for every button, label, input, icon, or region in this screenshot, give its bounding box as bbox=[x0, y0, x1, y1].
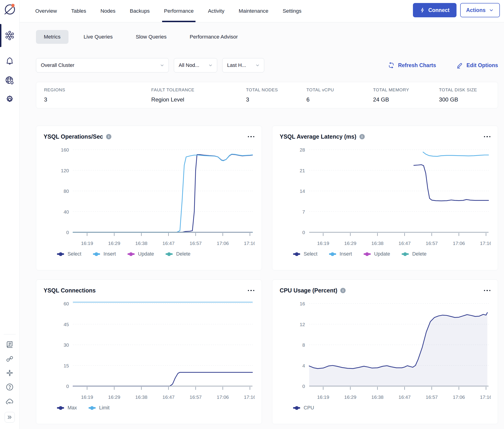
tab-backups[interactable]: Backups bbox=[130, 0, 150, 22]
sidebar-item-cloud-status[interactable] bbox=[0, 397, 20, 406]
legend-marker bbox=[293, 407, 300, 409]
notifications-bell-icon bbox=[5, 57, 14, 66]
cluster-scope-select[interactable]: Overall Cluster bbox=[36, 58, 169, 72]
slack-icon bbox=[6, 369, 14, 377]
refresh-icon bbox=[388, 62, 395, 69]
sidebar-item-help[interactable] bbox=[0, 383, 20, 391]
legend-item-insert[interactable]: Insert bbox=[93, 251, 116, 257]
stat-label: TOTAL MEMORY bbox=[373, 87, 439, 92]
svg-text:16:29: 16:29 bbox=[344, 394, 356, 400]
yugabyte-logo-icon[interactable] bbox=[4, 3, 16, 16]
legend-item-delete[interactable]: Delete bbox=[402, 251, 426, 257]
edit-options-link[interactable]: Edit Options bbox=[456, 62, 498, 69]
docs-book-icon bbox=[6, 340, 14, 349]
cloud-status-icon bbox=[5, 397, 14, 406]
tab-performance[interactable]: Performance bbox=[164, 0, 194, 22]
sidebar-item-settings[interactable] bbox=[0, 95, 20, 105]
stat-total-vcpu: TOTAL vCPU 6 bbox=[306, 87, 373, 103]
chart-menu-button[interactable] bbox=[247, 288, 256, 294]
legend-label: CPU bbox=[304, 405, 314, 411]
sidebar bbox=[0, 0, 20, 429]
svg-text:4: 4 bbox=[302, 363, 305, 368]
sidebar-item-docs[interactable] bbox=[0, 340, 20, 349]
stat-label: REGIONS bbox=[44, 87, 151, 92]
legend-item-max[interactable]: Max bbox=[57, 405, 77, 411]
svg-text:16:57: 16:57 bbox=[190, 241, 202, 246]
stat-value: 3 bbox=[246, 96, 306, 103]
subtab-performance-advisor[interactable]: Performance Advisor bbox=[182, 30, 246, 44]
tab-tables[interactable]: Tables bbox=[71, 0, 86, 22]
subtab-slow-queries[interactable]: Slow Queries bbox=[128, 30, 175, 44]
chart-card-ysql-connections: YSQL Connections i 01530456016:1916:2916… bbox=[36, 279, 262, 424]
legend-label: Update bbox=[138, 251, 154, 257]
ysql-operations-chart: 0408012016016:1916:2916:3816:4716:5717:0… bbox=[44, 145, 255, 249]
stat-value: 3 bbox=[44, 96, 151, 103]
legend-item-delete[interactable]: Delete bbox=[166, 251, 190, 257]
time-range-value: Last H... bbox=[227, 62, 246, 68]
tab-nodes[interactable]: Nodes bbox=[100, 0, 115, 22]
nodes-select[interactable]: All Nod... bbox=[174, 58, 217, 72]
legend-item-select[interactable]: Select bbox=[293, 251, 318, 257]
svg-text:28: 28 bbox=[300, 147, 305, 152]
svg-text:16:38: 16:38 bbox=[135, 394, 148, 400]
stat-total-memory: TOTAL MEMORY 24 GB bbox=[373, 87, 439, 103]
performance-subtabs: Metrics Live Queries Slow Queries Perfor… bbox=[36, 30, 253, 44]
legend-item-update[interactable]: Update bbox=[363, 251, 390, 257]
sidebar-divider bbox=[4, 334, 16, 335]
svg-text:60: 60 bbox=[64, 301, 69, 306]
subtab-live-queries[interactable]: Live Queries bbox=[76, 30, 121, 44]
sidebar-item-clusters[interactable] bbox=[0, 24, 20, 47]
legend-item-select[interactable]: Select bbox=[57, 251, 81, 257]
info-icon[interactable]: i bbox=[340, 288, 346, 293]
legend-label: Max bbox=[68, 405, 77, 411]
svg-text:0: 0 bbox=[302, 384, 305, 389]
legend-label: Select bbox=[304, 251, 318, 257]
sidebar-expand-button[interactable] bbox=[5, 412, 15, 422]
legend-item-update[interactable]: Update bbox=[127, 251, 154, 257]
tab-maintenance[interactable]: Maintenance bbox=[239, 0, 268, 22]
info-icon[interactable]: i bbox=[106, 134, 111, 139]
actions-button[interactable]: Actions bbox=[460, 3, 500, 17]
info-icon[interactable]: i bbox=[359, 134, 365, 139]
legend-marker bbox=[402, 253, 409, 255]
svg-text:14: 14 bbox=[300, 188, 305, 194]
svg-text:16:38: 16:38 bbox=[371, 394, 384, 400]
stat-label: TOTAL DISK SIZE bbox=[439, 87, 498, 92]
svg-text:17:06: 17:06 bbox=[217, 241, 229, 246]
legend-marker bbox=[166, 253, 173, 255]
chart-menu-button[interactable] bbox=[483, 288, 492, 294]
time-range-select[interactable]: Last H... bbox=[222, 58, 264, 72]
ysql-operations-per-sec-plot: 0408012016016:1916:2916:3816:4716:5717:0… bbox=[44, 145, 255, 249]
sidebar-item-slack[interactable] bbox=[0, 369, 20, 377]
svg-text:45: 45 bbox=[64, 322, 69, 327]
legend-item-insert[interactable]: Insert bbox=[329, 251, 352, 257]
refresh-charts-link[interactable]: Refresh Charts bbox=[388, 62, 436, 69]
subtab-metrics[interactable]: Metrics bbox=[36, 30, 69, 44]
settings-gear-icon bbox=[5, 95, 15, 105]
chart-legend: SelectInsertUpdateDelete bbox=[293, 251, 491, 257]
tab-activity[interactable]: Activity bbox=[208, 0, 224, 22]
legend-label: Delete bbox=[176, 251, 190, 257]
sidebar-item-alerts[interactable] bbox=[0, 57, 20, 66]
metrics-filter-bar: Overall Cluster All Nod... Last H... Ref… bbox=[36, 58, 498, 72]
sidebar-item-integrations[interactable] bbox=[0, 355, 20, 363]
legend-item-cpu[interactable]: CPU bbox=[293, 405, 314, 411]
connect-button[interactable]: Connect bbox=[413, 3, 457, 17]
stat-total-disk-size: TOTAL DISK SIZE 300 GB bbox=[439, 87, 498, 103]
chart-menu-button[interactable] bbox=[483, 134, 492, 140]
chart-menu-button[interactable] bbox=[247, 134, 256, 140]
cluster-stats-bar: REGIONS 3 FAULT TOLERANCE Region Level T… bbox=[36, 82, 498, 108]
svg-text:17:06: 17:06 bbox=[453, 394, 465, 400]
legend-item-limit[interactable]: Limit bbox=[88, 405, 109, 411]
svg-text:17:06: 17:06 bbox=[453, 241, 465, 246]
tab-settings[interactable]: Settings bbox=[283, 0, 301, 22]
legend-marker bbox=[127, 253, 135, 255]
stat-label: TOTAL vCPU bbox=[306, 87, 373, 92]
svg-text:16:19: 16:19 bbox=[317, 394, 329, 400]
tab-overview[interactable]: Overview bbox=[35, 0, 57, 22]
ysql-latency-chart: 0714212816:1916:2916:3816:4716:5717:0617… bbox=[280, 145, 491, 249]
refresh-charts-label: Refresh Charts bbox=[398, 62, 436, 69]
legend-marker bbox=[57, 253, 64, 255]
svg-text:8: 8 bbox=[302, 342, 305, 348]
sidebar-item-network[interactable] bbox=[0, 76, 20, 85]
